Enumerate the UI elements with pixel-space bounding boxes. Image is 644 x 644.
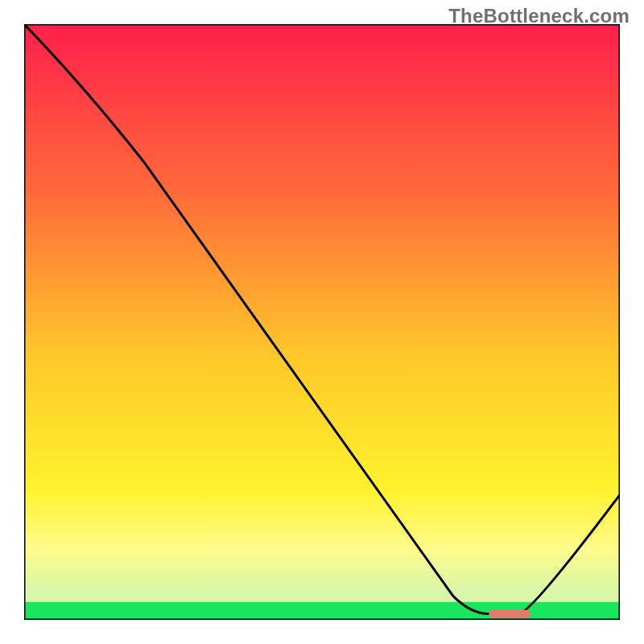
gradient-background <box>24 24 620 620</box>
watermark-text: TheBottleneck.com <box>448 5 630 27</box>
optimum-marker <box>489 610 530 618</box>
chart-svg <box>24 24 620 620</box>
chart-container: TheBottleneck.com <box>0 0 644 644</box>
plot-area <box>24 24 620 620</box>
